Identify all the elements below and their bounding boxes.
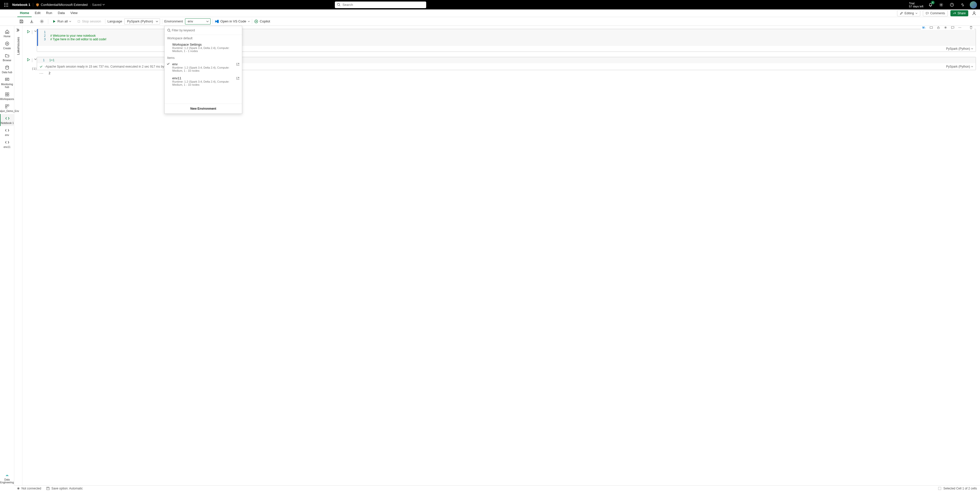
workspace-icon bbox=[4, 103, 10, 109]
snowflake-icon bbox=[944, 26, 947, 29]
code-icon bbox=[4, 127, 10, 133]
svg-rect-31 bbox=[930, 27, 933, 29]
delete-cell-button[interactable] bbox=[969, 26, 974, 30]
nav-demo-env[interactable]: Shuaijun_Demo_Env bbox=[0, 102, 14, 114]
save-status[interactable]: · Saved bbox=[90, 3, 105, 6]
language-dropdown[interactable]: PySpark (Python) bbox=[124, 18, 160, 24]
trial-status[interactable]: Trial: 57 days left bbox=[909, 2, 923, 8]
open-vscode-button[interactable]: Open in VS Code bbox=[215, 19, 250, 24]
nav-datahub[interactable]: Data hub bbox=[0, 63, 14, 75]
settings-button[interactable] bbox=[938, 1, 945, 8]
share-button[interactable]: Share bbox=[950, 10, 968, 16]
tab-run[interactable]: Run bbox=[44, 10, 55, 17]
waffle-icon bbox=[4, 3, 8, 7]
run-cell-button[interactable] bbox=[27, 58, 30, 62]
output-options-button[interactable]: ⋯ bbox=[37, 71, 46, 76]
gear-icon bbox=[939, 3, 943, 7]
comments-button[interactable]: Comments bbox=[923, 10, 948, 16]
code-icon bbox=[4, 140, 10, 145]
open-external-icon[interactable] bbox=[236, 63, 239, 66]
play-icon bbox=[52, 20, 56, 23]
app-topbar: Notebook 1 Confidential\Microsoft Extend… bbox=[0, 0, 980, 10]
environment-dropdown-panel: Workspace default Workspace Settings Run… bbox=[164, 26, 242, 114]
chevron-down-icon bbox=[156, 20, 158, 23]
more-cell-button[interactable]: ⋯ bbox=[958, 26, 962, 30]
tab-data[interactable]: Data bbox=[55, 10, 67, 17]
help-button[interactable]: ? bbox=[948, 1, 956, 8]
user-avatar[interactable] bbox=[970, 1, 977, 8]
freeze-cell-button[interactable] bbox=[943, 26, 948, 30]
svg-point-3 bbox=[4, 4, 5, 5]
save-option-status[interactable]: Save option: Automatic bbox=[51, 487, 83, 490]
chevron-down-icon bbox=[206, 20, 209, 23]
help-icon: ? bbox=[950, 3, 954, 7]
nav-workspaces[interactable]: Workspaces bbox=[0, 90, 14, 102]
search-icon bbox=[167, 29, 171, 32]
notifications-button[interactable]: 6 bbox=[927, 1, 934, 8]
feedback-button[interactable] bbox=[959, 1, 966, 8]
svg-point-7 bbox=[6, 6, 6, 6]
nav-create[interactable]: Create bbox=[0, 39, 14, 51]
global-search bbox=[335, 2, 426, 8]
nav-persona[interactable]: Data Engineering bbox=[0, 470, 14, 485]
svg-point-0 bbox=[4, 3, 5, 3]
cell-menu-button[interactable] bbox=[34, 58, 37, 62]
convert-cell-button[interactable] bbox=[929, 26, 934, 30]
notebook-name[interactable]: Notebook 1 bbox=[12, 3, 33, 6]
svg-point-2 bbox=[7, 3, 8, 3]
gear-icon bbox=[40, 19, 44, 24]
search-icon bbox=[337, 3, 340, 6]
share-icon bbox=[953, 12, 956, 15]
selection-icon bbox=[938, 487, 942, 490]
link-icon bbox=[961, 3, 965, 7]
copilot-button[interactable]: Copilot bbox=[254, 19, 270, 24]
expand-panel-button[interactable] bbox=[17, 26, 20, 35]
app-launcher-button[interactable] bbox=[0, 0, 12, 10]
comment-icon bbox=[926, 12, 929, 15]
svg-point-8 bbox=[7, 6, 8, 6]
save-button[interactable] bbox=[18, 18, 25, 25]
new-environment-button[interactable]: New Environment bbox=[165, 103, 242, 113]
tab-view[interactable]: View bbox=[68, 10, 80, 17]
env-option-env[interactable]: env Runtime: 1.2 (Spark 3.4, Delta 2.4),… bbox=[165, 60, 242, 74]
search-input[interactable] bbox=[335, 2, 426, 8]
settings-toolbar-button[interactable] bbox=[38, 18, 46, 25]
env-filter-input[interactable] bbox=[171, 27, 239, 33]
lock-icon bbox=[937, 26, 940, 29]
tab-edit[interactable]: Edit bbox=[32, 10, 43, 17]
environment-label: Environment bbox=[164, 19, 183, 23]
env-option-env11[interactable]: env11 Runtime: 1.2 (Spark 3.4, Delta 2.4… bbox=[165, 74, 242, 88]
comment-cell-button[interactable] bbox=[950, 26, 955, 30]
nav-notebook1[interactable]: Notebook 1 bbox=[0, 114, 14, 126]
svg-rect-24 bbox=[5, 95, 7, 96]
cell-menu-button[interactable] bbox=[34, 30, 37, 35]
open-external-icon[interactable] bbox=[236, 77, 239, 80]
workspace-icon bbox=[4, 92, 10, 97]
editing-mode-button[interactable]: Editing bbox=[897, 10, 920, 16]
env-option-workspace-settings[interactable]: Workspace Settings Runtime: 1.2 (Spark 3… bbox=[165, 41, 242, 55]
copilot-side-button[interactable] bbox=[971, 10, 977, 17]
nav-env[interactable]: env bbox=[0, 126, 14, 138]
svg-point-14 bbox=[974, 12, 975, 13]
cell-language-selector[interactable]: PySpark (Python) bbox=[946, 65, 973, 68]
vscode-icon bbox=[215, 19, 219, 24]
markdown-button[interactable]: M↓ bbox=[922, 26, 926, 30]
download-button[interactable] bbox=[27, 18, 36, 25]
run-cell-button[interactable] bbox=[27, 30, 30, 35]
nav-monitoring[interactable]: Monitoring hub bbox=[0, 75, 14, 90]
connection-status[interactable]: Not connected bbox=[21, 487, 41, 490]
save-icon bbox=[46, 487, 50, 490]
environment-dropdown[interactable]: env bbox=[185, 18, 210, 24]
chevron-right-icon bbox=[17, 28, 20, 32]
execution-count: [1] bbox=[32, 67, 37, 70]
sensitivity-label[interactable]: Confidential\Microsoft Extended bbox=[36, 3, 88, 6]
nav-browse[interactable]: Browse bbox=[0, 51, 14, 63]
left-nav: Home Create Browse Data hub Monitoring h… bbox=[0, 26, 14, 485]
lock-cell-button[interactable] bbox=[936, 26, 941, 30]
run-all-button[interactable]: Run all bbox=[50, 18, 73, 25]
chevron-down-icon bbox=[971, 65, 973, 68]
nav-env11[interactable]: env11 bbox=[0, 138, 14, 150]
svg-rect-25 bbox=[7, 95, 9, 96]
nav-home[interactable]: Home bbox=[0, 27, 14, 39]
tab-home[interactable]: Home bbox=[18, 10, 32, 17]
